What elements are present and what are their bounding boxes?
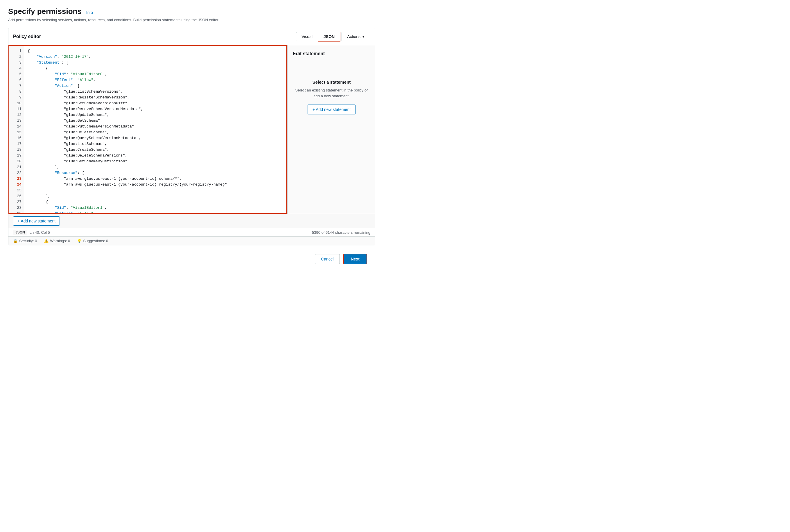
add-new-statement-right-button[interactable]: + Add new statement xyxy=(307,104,356,114)
code-line: { xyxy=(27,199,283,205)
code-line: "glue:GetSchema", xyxy=(27,118,283,124)
line-number: 18 xyxy=(9,147,24,153)
editor-tabs: Visual JSON Actions ▼ xyxy=(296,32,370,41)
line-number: 19 xyxy=(9,153,24,158)
line-number: 2 xyxy=(9,54,24,60)
line-number: 29 xyxy=(9,211,24,214)
status-bar: JSON Ln 40, Col 5 5390 of 6144 character… xyxy=(8,228,375,236)
code-line: "Sid": "VisualEditor1", xyxy=(27,205,283,211)
tab-actions[interactable]: Actions ▼ xyxy=(342,32,370,41)
cursor-position: Ln 40, Col 5 xyxy=(30,230,50,235)
editor-footer: + Add new statement xyxy=(8,214,375,228)
right-panel-title: Edit statement xyxy=(293,51,370,56)
line-number: 27 xyxy=(9,199,24,205)
line-number: 21 xyxy=(9,164,24,170)
suggestions-label: Suggestions: 0 xyxy=(83,239,108,243)
code-line: "glue:DeleteSchema", xyxy=(27,130,283,135)
cancel-button[interactable]: Cancel xyxy=(315,254,340,264)
page-subtitle: Add permissions by selecting services, a… xyxy=(8,18,375,22)
policy-editor-title: Policy editor xyxy=(13,34,41,39)
code-line: "glue:PutSchemaVersionMetadata", xyxy=(27,124,283,130)
line-number: 28 xyxy=(9,205,24,211)
code-line: "Action": [ xyxy=(27,83,283,89)
code-line: "glue:GetSchemaByDefinition" xyxy=(27,158,283,164)
warnings-validation: ⚠️ Warnings: 0 xyxy=(44,239,70,243)
code-line: ], xyxy=(27,164,283,170)
code-line: "glue:GetSchemaVersionsDiff", xyxy=(27,100,283,106)
line-number: 1 xyxy=(9,48,24,54)
status-left: JSON Ln 40, Col 5 xyxy=(13,230,50,235)
code-line: "Effect": "Allow", xyxy=(27,211,283,213)
code-line: }, xyxy=(27,193,283,199)
code-line: "glue:ListSchemaVersions", xyxy=(27,89,283,95)
page-container: Specify permissions Info Add permissions… xyxy=(0,0,383,276)
code-line: "glue:RegisterSchemaVersion", xyxy=(27,95,283,100)
line-number: 23 xyxy=(9,176,24,182)
next-button[interactable]: Next xyxy=(343,254,367,264)
line-number: 4 xyxy=(9,65,24,72)
code-line: "glue:UpdateSchema", xyxy=(27,112,283,118)
add-new-statement-bottom-button[interactable]: + Add new statement xyxy=(13,216,60,226)
line-number: 13 xyxy=(9,118,24,124)
line-number: 5 xyxy=(9,72,24,77)
policy-editor-header: Policy editor Visual JSON Actions ▼ xyxy=(8,28,375,45)
security-label: Security: 0 xyxy=(19,239,37,243)
warning-icon: ⚠️ xyxy=(44,239,49,243)
format-badge: JSON xyxy=(13,230,27,235)
line-number: 22 xyxy=(9,170,24,176)
code-line: "Statement": [ xyxy=(27,60,283,65)
line-numbers: 1234567891011121314151617181920212223242… xyxy=(9,46,24,213)
line-number: 12 xyxy=(9,112,24,118)
code-line: "glue:QuerySchemaVersionMetadata", xyxy=(27,135,283,141)
line-number: 7 xyxy=(9,83,24,89)
line-number: 26 xyxy=(9,193,24,199)
line-number: 6 xyxy=(9,77,24,83)
warnings-label: Warnings: 0 xyxy=(50,239,70,243)
line-number: 24 xyxy=(9,182,24,188)
shield-icon: 🔒 xyxy=(13,239,18,243)
tab-visual[interactable]: Visual xyxy=(296,32,318,41)
chevron-down-icon: ▼ xyxy=(362,35,365,38)
line-number: 15 xyxy=(9,130,24,135)
suggestions-icon: 💡 xyxy=(77,239,82,243)
select-statement-desc: Select an existing statement in the poli… xyxy=(293,88,370,99)
line-number: 11 xyxy=(9,106,24,112)
code-content[interactable]: { "Version": "2012-10-17", "Statement": … xyxy=(24,46,286,213)
code-line: { xyxy=(27,48,283,54)
code-line: "arn:aws:glue:us-east-1:{your-account-id… xyxy=(27,176,283,182)
line-number: 9 xyxy=(9,95,24,100)
code-line: "Resource": [ xyxy=(27,170,283,176)
line-number: 25 xyxy=(9,188,24,193)
code-editor-pane[interactable]: 1234567891011121314151617181920212223242… xyxy=(8,45,288,214)
validation-bar: 🔒 Security: 0 ⚠️ Warnings: 0 💡 Suggestio… xyxy=(8,236,375,245)
info-link[interactable]: Info xyxy=(86,10,93,15)
code-line: "Effect": "Allow", xyxy=(27,77,283,83)
line-number: 20 xyxy=(9,158,24,164)
editor-body: 1234567891011121314151617181920212223242… xyxy=(8,45,375,214)
line-number: 16 xyxy=(9,135,24,141)
code-line: "Version": "2012-10-17", xyxy=(27,54,283,60)
line-number: 3 xyxy=(9,60,24,65)
code-line: "glue:DeleteSchemaVersions", xyxy=(27,153,283,158)
code-line: "glue:ListSchemas", xyxy=(27,141,283,147)
code-line: { xyxy=(27,65,283,72)
code-line: ] xyxy=(27,188,283,193)
line-number: 17 xyxy=(9,141,24,147)
line-number: 8 xyxy=(9,89,24,95)
select-statement-title: Select a statement xyxy=(313,80,351,84)
code-line: "Sid": "VisualEditor0", xyxy=(27,72,283,77)
action-footer: Cancel Next xyxy=(8,249,375,269)
line-number: 10 xyxy=(9,100,24,106)
suggestions-validation: 💡 Suggestions: 0 xyxy=(77,239,108,243)
security-validation: 🔒 Security: 0 xyxy=(13,239,37,243)
code-line: "glue:CreateSchema", xyxy=(27,147,283,153)
right-panel: Edit statement Select a statement Select… xyxy=(288,45,375,214)
chars-remaining: 5390 of 6144 characters remaining xyxy=(312,230,370,235)
code-line: "glue:RemoveSchemaVersionMetadata", xyxy=(27,106,283,112)
tab-json[interactable]: JSON xyxy=(318,32,340,41)
policy-editor-section: Policy editor Visual JSON Actions ▼ 1234… xyxy=(8,28,375,245)
line-number: 14 xyxy=(9,124,24,130)
code-line: "arn:aws:glue:us-east-1:{your-account-id… xyxy=(27,182,283,188)
page-title: Specify permissions xyxy=(8,7,82,16)
code-editor-inner[interactable]: 1234567891011121314151617181920212223242… xyxy=(8,45,287,214)
